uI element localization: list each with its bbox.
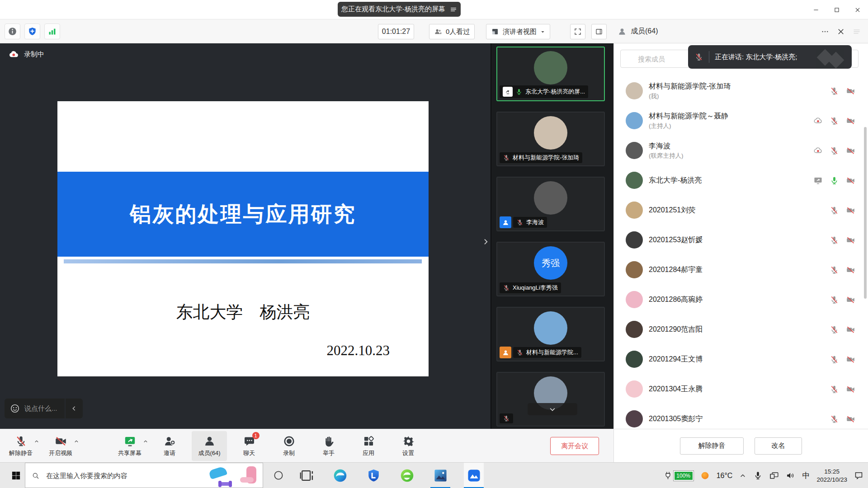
- tray-microphone-icon[interactable]: [753, 471, 763, 480]
- chat-input[interactable]: 说点什么...: [5, 399, 65, 418]
- member-name: 20201253赵忻媛: [649, 235, 830, 245]
- toolbar-invite-button[interactable]: 邀请: [152, 431, 187, 461]
- toolbar-settings-button[interactable]: 设置: [391, 431, 426, 461]
- ime-indicator[interactable]: 中: [802, 470, 810, 481]
- member-icon: [618, 27, 627, 36]
- toolbar-unmute-button[interactable]: 解除静音: [3, 431, 38, 461]
- member-row[interactable]: 20201286高琬婷: [614, 285, 868, 314]
- member-row[interactable]: 李海波(联席主持人): [614, 136, 868, 165]
- member-row[interactable]: 20201251刘荧: [614, 195, 868, 225]
- member-row[interactable]: 材料与新能源学院-张加琦(我): [614, 76, 868, 106]
- member-row[interactable]: 东北大学-杨洪亮: [614, 165, 868, 195]
- member-row[interactable]: 20201304王永腾: [614, 374, 868, 404]
- taskbar-app-360-browser[interactable]: [397, 463, 417, 488]
- thumbnail-label-bar: 材料与新能源学院-张加琦: [500, 152, 582, 163]
- gear-icon: [402, 435, 415, 447]
- taskbar-app-photos-app[interactable]: [430, 463, 450, 488]
- speaker-icon[interactable]: [786, 471, 795, 480]
- mic-muted-icon: [830, 235, 839, 245]
- recording-label: 录制中: [24, 50, 44, 59]
- video-thumbnail[interactable]: [496, 372, 605, 427]
- toolbar-record-button[interactable]: 录制: [271, 431, 307, 461]
- video-thumbnail[interactable]: 东北大学-杨洪亮的屏...: [496, 47, 605, 101]
- screen-watching-banner[interactable]: 您正在观看东北大学-杨洪亮的屏幕: [338, 2, 461, 17]
- thumbnail-label-bar: [500, 413, 513, 423]
- chevron-up-icon[interactable]: [34, 439, 39, 444]
- rename-button[interactable]: 改名: [755, 437, 802, 455]
- member-name: 20201304王永腾: [649, 385, 830, 394]
- taskbar-search-input[interactable]: [45, 463, 194, 488]
- meeting-info-button[interactable]: [5, 23, 20, 39]
- sidebar-toggle-button[interactable]: [591, 24, 607, 39]
- clock-time: 15:25: [816, 468, 847, 476]
- start-button[interactable]: [11, 470, 21, 481]
- toolbar-chat-button[interactable]: 1聊天: [231, 431, 267, 461]
- taskbar-app-task-view[interactable]: [297, 463, 316, 488]
- taskbar-app-lenovo-manager[interactable]: [363, 463, 383, 488]
- member-row[interactable]: 20201253赵忻媛: [614, 225, 868, 255]
- member-row[interactable]: 20201290范吉阳: [614, 314, 868, 344]
- toolbar-apps-button[interactable]: 应用: [351, 431, 386, 461]
- network-quality-button[interactable]: [44, 23, 60, 39]
- video-thumbnail[interactable]: 李海波: [496, 177, 605, 231]
- member-row[interactable]: 20201284郝宇童: [614, 255, 868, 285]
- thumbnail-name-label: 材料与新能源学院...: [526, 348, 578, 357]
- members-scrollbar[interactable]: [864, 127, 867, 299]
- member-name: 材料与新能源学院-张加琦: [649, 82, 830, 91]
- meeting-security-button[interactable]: [24, 23, 40, 39]
- toolbar-members-button[interactable]: 成员(64): [192, 431, 227, 461]
- toolbar-share-screen-button[interactable]: 共享屏幕: [112, 431, 147, 461]
- member-status-icons: [813, 116, 855, 126]
- view-mode-dropdown[interactable]: 演讲者视图: [486, 24, 550, 39]
- video-thumbnail[interactable]: 秀强XiuqiangLi李秀强: [496, 242, 605, 296]
- unmute-button[interactable]: 解除静音: [680, 437, 744, 455]
- taskbar-search[interactable]: [25, 463, 263, 488]
- battery-status[interactable]: 100%: [663, 471, 693, 481]
- apps-icon: [363, 435, 375, 447]
- thumbnail-footer: 材料与新能源学院-张加琦: [500, 152, 602, 163]
- video-thumbnail[interactable]: 材料与新能源学院-张加琦: [496, 112, 605, 166]
- mic-muted-icon: [830, 86, 839, 96]
- toolbar-start-video-button[interactable]: 开启视频: [43, 431, 78, 461]
- video-thumbnail-rail: 东北大学-杨洪亮的屏...材料与新能源学院-张加琦李海波秀强XiuqiangLi…: [491, 43, 613, 429]
- chevron-up-icon[interactable]: [74, 439, 79, 444]
- member-row[interactable]: 20201294王文博: [614, 344, 868, 374]
- minimize-button[interactable]: [806, 0, 826, 19]
- member-row[interactable]: 20201305窦彭宁: [614, 404, 868, 429]
- toolbar-raise-hand-button[interactable]: 举手: [311, 431, 346, 461]
- member-avatar: [626, 231, 643, 249]
- banner-menu-icon[interactable]: [450, 6, 457, 13]
- taskbar-app-edge-browser[interactable]: [330, 463, 350, 488]
- member-info: 李海波(联席主持人): [649, 141, 813, 160]
- viewers-counter[interactable]: 0人看过: [429, 24, 475, 39]
- temperature-label[interactable]: 16°C: [717, 472, 733, 480]
- chevron-up-icon[interactable]: [143, 439, 148, 444]
- weather-sun-icon[interactable]: [700, 471, 710, 480]
- fullscreen-button[interactable]: [570, 24, 585, 39]
- thumbnail-footer: 李海波: [500, 216, 602, 228]
- emoji-icon[interactable]: [10, 404, 20, 413]
- members-count-label: 成员(64): [631, 27, 658, 36]
- panel-menu-icon[interactable]: [853, 28, 861, 36]
- member-avatar: [626, 202, 643, 219]
- action-center-icon[interactable]: [854, 471, 863, 480]
- maximize-button[interactable]: [826, 0, 847, 19]
- tray-expand-icon[interactable]: [739, 472, 746, 479]
- taskbar-clock[interactable]: 15:25 2022/10/23: [816, 468, 847, 483]
- rail-scroll-down-button[interactable]: [528, 403, 577, 415]
- toolbar-item-label: 应用: [363, 449, 374, 457]
- network-display-icon[interactable]: [769, 471, 779, 480]
- close-button[interactable]: [847, 0, 868, 19]
- leave-meeting-button[interactable]: 离开会议: [550, 437, 599, 455]
- chat-collapse-button[interactable]: [66, 399, 83, 418]
- member-name: 20201284郝宇童: [649, 265, 830, 275]
- rail-collapse-handle[interactable]: [481, 235, 491, 249]
- video-thumbnail[interactable]: 材料与新能源学院...: [496, 307, 605, 361]
- taskbar-app-meeting-app[interactable]: [464, 463, 484, 488]
- more-icon[interactable]: [821, 28, 829, 36]
- panel-close-icon[interactable]: [837, 28, 845, 36]
- timer-value: 01:01:27: [382, 28, 410, 36]
- cortana-button[interactable]: [273, 470, 284, 481]
- camera-off-icon: [846, 146, 855, 155]
- member-row[interactable]: 材料与新能源学院～聂静(主持人): [614, 106, 868, 136]
